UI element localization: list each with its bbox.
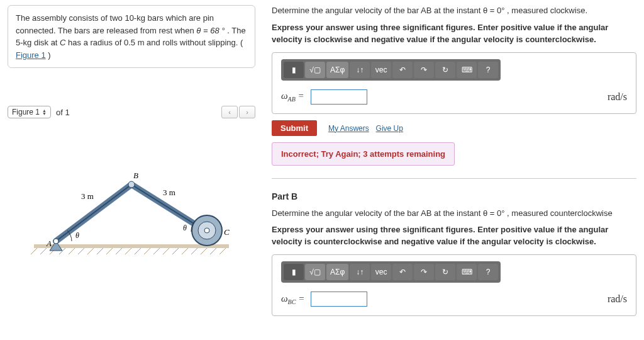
figure-prev-button[interactable]: ‹ [221, 106, 238, 118]
toolbar-greek-icon[interactable]: ΑΣφ [326, 62, 348, 78]
feedback-message: Incorrect; Try Again; 3 attempts remaini… [272, 142, 455, 166]
svg-line-20 [210, 248, 216, 254]
toolbar-vec-icon[interactable]: vec [371, 264, 391, 280]
svg-line-7 [87, 248, 94, 254]
svg-line-12 [135, 248, 141, 254]
toolbar-undo-icon[interactable]: ↶ [392, 264, 413, 280]
svg-rect-0 [34, 244, 229, 248]
figure-next-button[interactable]: › [239, 106, 255, 118]
svg-point-27 [53, 239, 58, 244]
figure-diagram: A B C 3 m 3 m θ θ [8, 156, 255, 269]
toolbar-help-icon[interactable]: ? [478, 264, 498, 280]
toolbar-sqrt-icon[interactable]: √▢ [305, 264, 325, 280]
svg-text:θ: θ [75, 231, 79, 240]
svg-line-11 [125, 248, 131, 254]
part-b-answer-box: ▮ √▢ ΑΣφ ↓↑ vec ↶ ↷ ↻ ⌨ ? ωBC = rad/s [272, 254, 636, 316]
figure-header: Figure 1 ▲▼ of 1 ‹ › [8, 106, 255, 118]
problem-point-c: C [60, 38, 65, 47]
problem-text-3: has a radius of 0.5 m and rolls without … [68, 38, 243, 47]
svg-text:C: C [224, 227, 230, 237]
svg-text:B: B [133, 171, 138, 180]
figure-selector[interactable]: Figure 1 ▲▼ [8, 106, 51, 118]
toolbar-subscript-icon[interactable]: ↓↑ [350, 264, 370, 280]
equation-toolbar-b: ▮ √▢ ΑΣφ ↓↑ vec ↶ ↷ ↻ ⌨ ? [281, 261, 501, 283]
svg-line-16 [172, 248, 179, 254]
part-a-input[interactable] [311, 89, 367, 105]
give-up-link[interactable]: Give Up [376, 124, 403, 133]
figure-of: of 1 [56, 108, 70, 117]
part-a-instruction: Express your answer using three signific… [272, 22, 636, 46]
svg-text:3 m: 3 m [81, 191, 94, 201]
svg-line-10 [116, 248, 122, 254]
figure-link[interactable]: Figure 1 [16, 50, 46, 60]
svg-line-2 [40, 248, 47, 254]
toolbar-template-icon[interactable]: ▮ [284, 264, 304, 280]
toolbar-reset-icon[interactable]: ↻ [435, 62, 455, 78]
toolbar-reset-icon[interactable]: ↻ [435, 264, 455, 280]
toolbar-help-icon[interactable]: ? [478, 62, 498, 78]
problem-text-4: ) [48, 50, 50, 60]
problem-statement: The assembly consists of two 10-kg bars … [8, 5, 255, 68]
svg-text:θ: θ [183, 224, 187, 232]
toolbar-keyboard-icon[interactable]: ⌨ [457, 264, 477, 280]
svg-line-14 [153, 248, 160, 254]
part-b-variable: ωBC = [281, 293, 304, 305]
svg-line-17 [182, 248, 188, 254]
toolbar-subscript-icon[interactable]: ↓↑ [350, 62, 370, 78]
my-answers-link[interactable]: My Answers [328, 124, 369, 133]
part-b-prompt: Determine the angular velocity of the ba… [272, 208, 636, 220]
part-a-variable: ωAB = [281, 91, 304, 103]
part-a-answer-box: ▮ √▢ ΑΣφ ↓↑ vec ↶ ↷ ↻ ⌨ ? ωAB = rad/s [272, 52, 636, 114]
svg-line-13 [144, 248, 150, 254]
svg-text:A: A [46, 239, 52, 248]
toolbar-keyboard-icon[interactable]: ⌨ [457, 62, 477, 78]
problem-theta: θ = 68 ° [196, 26, 225, 35]
divider [272, 178, 636, 179]
svg-line-18 [191, 248, 197, 254]
toolbar-vec-icon[interactable]: vec [371, 62, 391, 78]
svg-line-5 [69, 248, 75, 254]
svg-line-8 [97, 248, 103, 254]
svg-line-21 [219, 248, 226, 254]
svg-line-24 [56, 184, 131, 241]
toolbar-sqrt-icon[interactable]: √▢ [305, 62, 325, 78]
toolbar-undo-icon[interactable]: ↶ [392, 62, 413, 78]
svg-point-31 [204, 228, 209, 233]
svg-point-28 [128, 181, 135, 188]
toolbar-redo-icon[interactable]: ↷ [414, 62, 434, 78]
svg-line-15 [163, 248, 169, 254]
toolbar-greek-icon[interactable]: ΑΣφ [326, 264, 348, 280]
toolbar-redo-icon[interactable]: ↷ [414, 264, 434, 280]
svg-line-1 [31, 248, 37, 254]
part-a-prompt: Determine the angular velocity of the ba… [272, 5, 636, 17]
svg-line-9 [106, 248, 113, 254]
figure-label: Figure 1 [12, 108, 40, 116]
part-b-label: Part B [272, 191, 636, 201]
svg-line-6 [78, 248, 84, 254]
toolbar-template-icon[interactable]: ▮ [284, 62, 304, 78]
submit-button[interactable]: Submit [272, 120, 317, 136]
equation-toolbar: ▮ √▢ ΑΣφ ↓↑ vec ↶ ↷ ↻ ⌨ ? [281, 59, 501, 81]
svg-text:3 m: 3 m [163, 188, 175, 197]
problem-text-1: The assembly consists of two 10-kg bars … [16, 13, 214, 35]
part-b-instruction: Express your answer using three signific… [272, 224, 636, 248]
figure-stepper-icon[interactable]: ▲▼ [42, 109, 47, 115]
part-b-unit: rad/s [608, 293, 627, 305]
part-b-input[interactable] [311, 292, 367, 307]
part-a-unit: rad/s [608, 91, 627, 103]
svg-line-19 [201, 248, 207, 254]
